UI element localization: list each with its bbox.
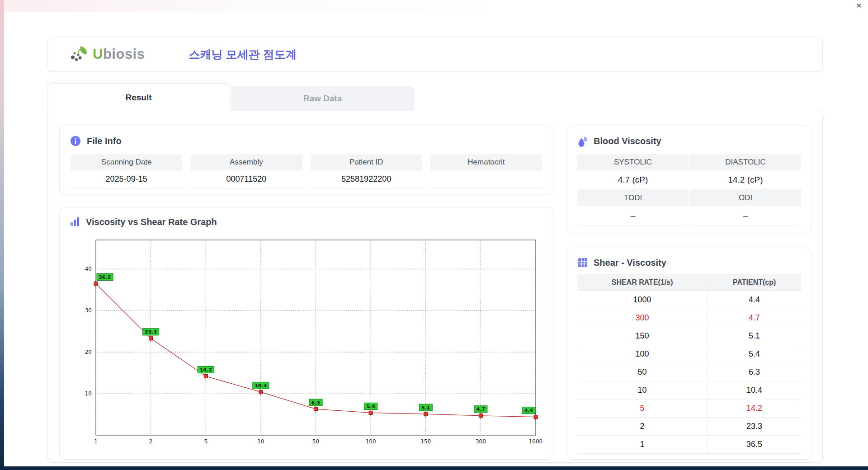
shear-rate-cell: 50 <box>577 363 708 381</box>
svg-text:40: 40 <box>85 266 92 272</box>
logo-text: Ubiosis <box>93 46 145 62</box>
file-info-card: File Info Scanning Date 2025-09-15 Assem… <box>59 126 553 195</box>
svg-text:10: 10 <box>257 438 264 445</box>
shear-viscosity-header: PATIENT(cp) <box>708 274 801 291</box>
shear-viscosity-row: 10 10.4 <box>577 381 801 400</box>
blood-viscosity-value: 14.2 (cP) <box>690 170 801 190</box>
svg-text:4.4: 4.4 <box>524 408 533 414</box>
right-column: Blood Viscosity SYSTOLICDIASTOLIC4.7 (cP… <box>567 126 811 459</box>
blood-viscosity-card-title: Blood Viscosity <box>577 135 801 147</box>
shear-rate-cell: 1000 <box>577 291 708 309</box>
viscosity-chart: 102030401251050100150300100036.523.314.2… <box>70 234 543 450</box>
shear-viscosity-row: 150 5.1 <box>577 327 801 345</box>
shear-viscosity-header: SHEAR RATE(1/s) <box>577 274 708 291</box>
tab-result[interactable]: Result <box>47 83 230 111</box>
file-info-field-value: 000711520 <box>190 170 302 188</box>
file-info-field-value <box>430 170 542 188</box>
patient-viscosity-cell: 5.4 <box>708 345 801 363</box>
file-info-field-value: 52581922200 <box>311 170 422 188</box>
shear-rate-cell: 2 <box>577 418 708 436</box>
blood-viscosity-label: DIASTOLIC <box>690 154 801 170</box>
graph-card: Viscosity vs Shear Rate Graph 1020304012… <box>59 207 553 460</box>
file-info-field-label: Hematocrit <box>430 154 542 170</box>
logo-text-rest: biosis <box>103 46 145 62</box>
patient-viscosity-cell: 10.4 <box>708 381 801 400</box>
svg-text:5.4: 5.4 <box>366 404 375 409</box>
shear-rate-cell: 150 <box>577 327 708 345</box>
file-info-field: Scanning Date 2025-09-15 <box>71 154 182 188</box>
svg-text:4.7: 4.7 <box>476 406 486 412</box>
svg-text:23.3: 23.3 <box>145 329 157 335</box>
window-close-button[interactable]: × <box>856 0 862 10</box>
logo-leaf-icon <box>69 45 90 64</box>
shear-rate-cell: 300 <box>577 309 708 327</box>
file-info-field: Hematocrit <box>430 154 542 188</box>
shear-viscosity-row: 5 14.2 <box>577 400 801 418</box>
bar-chart-icon <box>70 216 80 227</box>
ubiosis-logo: Ubiosis <box>69 45 145 64</box>
patient-viscosity-cell: 6.3 <box>708 363 801 381</box>
blood-viscosity-title-text: Blood Viscosity <box>594 136 661 146</box>
svg-text:1000: 1000 <box>529 438 543 445</box>
file-info-field-label: Assembly <box>190 154 302 170</box>
patient-viscosity-cell: 14.2 <box>708 400 801 418</box>
shear-viscosity-table: SHEAR RATE(1/s)PATIENT(cp) 1000 4.4 300 … <box>577 274 801 454</box>
svg-text:20: 20 <box>85 349 92 355</box>
shear-rate-cell: 10 <box>577 381 708 400</box>
info-icon <box>70 135 81 147</box>
shear-viscosity-row: 50 6.3 <box>577 363 801 381</box>
app-title: 스캐닝 모세관 점도계 <box>189 47 297 62</box>
svg-text:30: 30 <box>85 307 92 314</box>
blood-viscosity-value: – <box>690 206 801 226</box>
logo-text-u: U <box>93 46 103 62</box>
shear-viscosity-title-text: Shear - Viscosity <box>594 258 666 268</box>
shear-rate-cell: 1 <box>577 436 708 454</box>
file-info-field-value: 2025-09-15 <box>71 170 182 188</box>
shear-rate-cell: 100 <box>577 345 708 363</box>
svg-text:300: 300 <box>476 438 486 445</box>
svg-text:10.4: 10.4 <box>255 383 267 389</box>
file-info-field: Patient ID 52581922200 <box>311 154 422 188</box>
app-header-card: Ubiosis 스캐닝 모세관 점도계 <box>47 37 823 72</box>
window-titlebar: × <box>4 0 868 12</box>
patient-viscosity-cell: 4.7 <box>708 309 801 327</box>
svg-text:1: 1 <box>94 438 98 445</box>
shear-viscosity-row: 2 23.3 <box>577 418 801 436</box>
patient-viscosity-cell: 36.5 <box>708 436 801 454</box>
blood-viscosity-label: ODI <box>690 190 801 206</box>
table-icon <box>577 257 588 268</box>
svg-text:100: 100 <box>366 438 376 445</box>
blood-viscosity-card: Blood Viscosity SYSTOLICDIASTOLIC4.7 (cP… <box>567 126 811 233</box>
svg-text:10: 10 <box>85 390 92 397</box>
file-info-fields: Scanning Date 2025-09-15 Assembly 000711… <box>70 154 543 188</box>
tab-bar: Result Raw Data <box>47 83 823 111</box>
shear-viscosity-header-row: SHEAR RATE(1/s)PATIENT(cp) <box>577 274 801 291</box>
file-info-field: Assembly 000711520 <box>190 154 302 188</box>
shear-viscosity-card: Shear - Viscosity SHEAR RATE(1/s)PATIENT… <box>567 248 811 460</box>
tab-raw-data[interactable]: Raw Data <box>231 86 414 111</box>
shear-viscosity-body: 1000 4.4 300 4.7 150 5.1 100 5.4 50 6.3 … <box>577 291 801 454</box>
result-panel: File Info Scanning Date 2025-09-15 Assem… <box>47 111 823 463</box>
shear-viscosity-row: 1000 4.4 <box>577 291 801 309</box>
svg-text:150: 150 <box>420 438 431 445</box>
shear-viscosity-row: 1 36.5 <box>577 436 801 454</box>
blood-viscosity-label: SYSTOLIC <box>577 154 689 170</box>
blood-viscosity-grid: SYSTOLICDIASTOLIC4.7 (cP)14.2 (cP)TODIOD… <box>577 154 801 226</box>
blood-viscosity-value: 4.7 (cP) <box>577 170 689 190</box>
svg-text:2: 2 <box>149 438 153 445</box>
droplet-icon <box>577 135 588 147</box>
blood-viscosity-value: – <box>577 206 689 226</box>
graph-title-text: Viscosity vs Shear Rate Graph <box>86 217 217 227</box>
shear-viscosity-row: 300 4.7 <box>577 309 801 327</box>
main-content: Ubiosis 스캐닝 모세관 점도계 Result Raw Data File <box>4 12 823 463</box>
svg-text:5.1: 5.1 <box>421 405 430 411</box>
shear-viscosity-card-title: Shear - Viscosity <box>577 257 801 268</box>
svg-text:50: 50 <box>312 438 319 445</box>
shear-viscosity-row: 100 5.4 <box>577 345 801 363</box>
svg-text:14.2: 14.2 <box>200 367 212 373</box>
svg-text:5: 5 <box>204 438 208 445</box>
app-window: × Ubiosis 스캐닝 모세관 점도계 Result Raw Data <box>4 0 868 466</box>
patient-viscosity-cell: 5.1 <box>708 327 801 345</box>
graph-card-title: Viscosity vs Shear Rate Graph <box>70 216 543 227</box>
file-info-card-title: File Info <box>70 135 543 147</box>
